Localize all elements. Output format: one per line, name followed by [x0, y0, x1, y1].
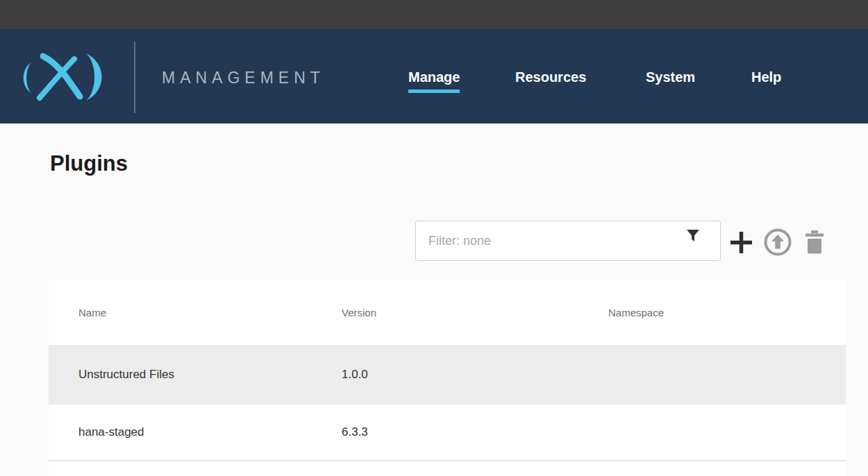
- filter-funnel-icon[interactable]: [686, 229, 700, 243]
- table-row-hana-staged[interactable]: hana-staged 6.3.3: [49, 405, 846, 461]
- page-title: Plugins: [50, 151, 128, 176]
- brand-divider: [134, 42, 135, 113]
- nav-tab-system[interactable]: System: [646, 69, 695, 90]
- nav-tab-manage[interactable]: Manage: [408, 69, 460, 93]
- cell-version: 1.0.0: [342, 368, 608, 382]
- column-header-version[interactable]: Version: [342, 307, 608, 318]
- table-row-unstructured-files[interactable]: Unstructured Files 1.0.0: [49, 345, 846, 405]
- plugins-table: Name Version Namespace Unstructured File…: [49, 280, 846, 476]
- app-header: MANAGEMENT Manage Resources System Help: [0, 29, 868, 124]
- cell-name: hana-staged: [78, 425, 342, 439]
- upload-plugin-button[interactable]: [764, 228, 792, 256]
- nav-tab-help[interactable]: Help: [751, 69, 781, 90]
- window-top-bar: [0, 0, 868, 29]
- cell-version: 6.3.3: [342, 425, 608, 439]
- trash-icon: [804, 230, 825, 254]
- add-plugin-button[interactable]: [728, 230, 754, 255]
- upload-circle-arrow-icon: [764, 228, 792, 256]
- column-header-namespace[interactable]: Namespace: [608, 307, 846, 318]
- page-content: Plugins Name Version Namespace Unstructu…: [0, 124, 868, 476]
- column-header-name[interactable]: Name: [78, 307, 342, 318]
- filter-input[interactable]: [415, 221, 721, 261]
- nav-tab-resources[interactable]: Resources: [515, 69, 586, 90]
- cell-name: Unstructured Files: [78, 368, 342, 382]
- plus-icon: [728, 230, 754, 255]
- delete-plugin-button[interactable]: [804, 230, 825, 254]
- brand-title: MANAGEMENT: [162, 69, 325, 87]
- table-header-row: Name Version Namespace: [49, 280, 846, 345]
- delphix-logo-icon[interactable]: [19, 53, 108, 101]
